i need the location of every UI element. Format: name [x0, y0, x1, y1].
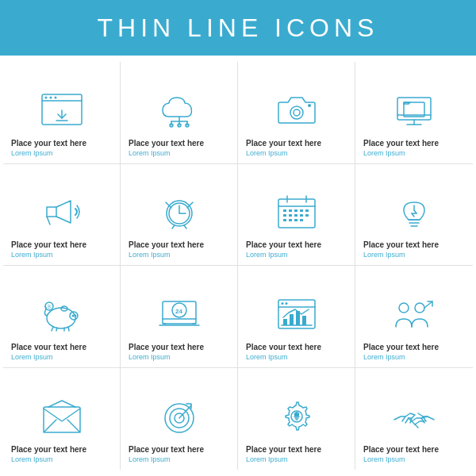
svg-line-99 — [402, 416, 405, 421]
svg-rect-40 — [300, 209, 303, 212]
list-item: Place your text here Lorem Ipsum — [238, 368, 355, 470]
item-title: Place your text here — [129, 445, 204, 454]
item-sub: Lorem Ipsum — [11, 455, 53, 463]
item-title: Place your text here — [11, 139, 86, 148]
svg-rect-43 — [289, 214, 292, 217]
svg-marker-22 — [47, 201, 71, 223]
svg-rect-49 — [294, 219, 298, 221]
svg-rect-37 — [283, 209, 286, 212]
svg-point-2 — [44, 96, 47, 98]
svg-line-23 — [47, 217, 50, 225]
list-item: Place your text here Lorem Ipsum — [355, 164, 473, 267]
item-title: Place your text here — [129, 139, 204, 148]
camera-icon — [246, 86, 347, 134]
page-title: THIN LINE ICONS — [98, 13, 379, 43]
browser-icon — [11, 86, 112, 134]
item-title: Place vour text here — [246, 343, 321, 351]
svg-point-78 — [281, 302, 283, 305]
item-sub: Lorem Ipsum — [11, 353, 53, 361]
list-item: Place your text here Lorem Ipsum — [355, 62, 473, 164]
list-item: 24 Place your text here Lorem Ipsum — [121, 266, 238, 368]
svg-line-32 — [184, 225, 186, 228]
item-title: Place your text here — [246, 240, 321, 249]
svg-point-61 — [74, 314, 76, 317]
list-item: Place your text here Lorem Ipsum — [3, 368, 121, 470]
mail-icon — [11, 393, 112, 440]
svg-point-79 — [285, 302, 287, 305]
svg-point-64 — [70, 313, 71, 314]
item-title: Place your text here — [11, 240, 86, 249]
item-sub: Lorem Ipsum — [129, 455, 171, 463]
alarm-icon — [129, 188, 229, 236]
target-icon — [129, 393, 229, 440]
svg-rect-41 — [305, 209, 309, 212]
list-item: Place your text here Lorem Ipsum — [121, 62, 238, 164]
svg-text:8: 8 — [48, 304, 51, 309]
item-sub: Lorem Ipsum — [246, 251, 288, 259]
svg-rect-39 — [294, 209, 298, 212]
svg-point-3 — [49, 96, 52, 98]
folder-icon — [363, 86, 465, 134]
list-item: Place your text here Lorem Ipsum — [355, 266, 473, 368]
svg-line-94 — [179, 405, 191, 418]
svg-text:24: 24 — [175, 308, 182, 315]
item-sub: Lorem Ipsum — [363, 149, 405, 157]
svg-rect-38 — [289, 209, 292, 212]
svg-point-4 — [54, 96, 56, 98]
item-sub: Lorem Ipsum — [11, 149, 53, 157]
gear-icon — [246, 393, 347, 440]
item-title: Place your text here — [363, 139, 439, 148]
svg-point-16 — [308, 104, 311, 107]
list-item: 8 Place vour text here Lorem Ipsum — [3, 266, 121, 368]
calendar-icon — [246, 188, 347, 236]
svg-point-14 — [290, 106, 303, 119]
item-sub: Lorem Ipsum — [246, 455, 288, 463]
megaphone-icon — [11, 188, 112, 236]
cloud-icon — [129, 86, 229, 134]
svg-line-89 — [44, 420, 56, 432]
item-sub: Lorem Ipsum — [363, 353, 405, 361]
list-item: Place your text here Lorem Ipsum — [355, 368, 473, 470]
svg-line-31 — [172, 225, 175, 228]
chart-icon — [246, 290, 347, 338]
svg-rect-33 — [278, 199, 315, 228]
svg-rect-44 — [294, 214, 298, 217]
svg-rect-42 — [283, 214, 286, 217]
item-sub: Lorem Ipsum — [129, 149, 171, 157]
list-item: Place your text here Lorem Ipsum — [238, 62, 355, 164]
svg-point-85 — [399, 303, 409, 313]
svg-rect-48 — [289, 219, 292, 221]
svg-rect-81 — [290, 314, 294, 325]
icon-grid: Place your text here Lorem Ipsum Place y… — [0, 56, 476, 476]
list-item: Place your text here Lorem Ipsum — [121, 164, 238, 267]
bulb-icon — [363, 188, 465, 236]
list-item: Place your text here Lorem Ipsum — [238, 164, 355, 267]
item-title: Place your text here — [129, 343, 204, 351]
svg-point-86 — [415, 303, 424, 313]
item-sub: Lorem Ipsum — [129, 353, 171, 361]
piggy-icon: 8 — [11, 290, 112, 338]
item-sub: Lorem Ipsum — [246, 353, 288, 361]
item-title: Place your text here — [363, 240, 439, 249]
team-icon — [363, 290, 465, 338]
handshake-icon — [363, 393, 465, 440]
svg-point-15 — [294, 109, 300, 116]
list-item: Place vour text here Lorem Ipsum — [238, 266, 355, 368]
svg-line-66 — [56, 328, 57, 331]
item-title: Place your text here — [11, 445, 86, 454]
item-sub: Lorem Ipsum — [246, 149, 288, 157]
svg-rect-45 — [300, 214, 303, 217]
svg-line-65 — [52, 327, 53, 331]
item-sub: Lorem Ipsum — [11, 251, 53, 259]
svg-rect-46 — [305, 214, 309, 217]
item-title: Place your text here — [129, 240, 204, 249]
item-sub: Lorem Ipsum — [363, 455, 405, 463]
item-title: Place your text here — [363, 343, 439, 351]
item-title: Place your text here — [363, 445, 439, 454]
item-title: Place your text here — [246, 139, 321, 148]
svg-rect-80 — [283, 319, 287, 325]
svg-line-101 — [410, 418, 412, 423]
list-item: Place your text here Lorem Ipsum — [3, 62, 121, 164]
item-sub: Lorem Ipsum — [363, 251, 405, 259]
svg-line-100 — [405, 418, 409, 423]
